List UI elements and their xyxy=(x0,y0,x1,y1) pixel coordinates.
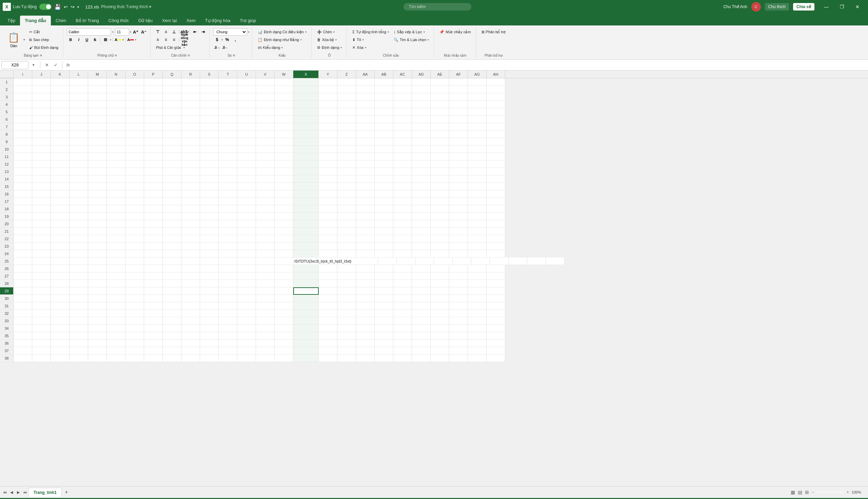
cell-AH19[interactable] xyxy=(486,213,505,220)
cell-AB32[interactable] xyxy=(375,310,393,317)
col-header-L[interactable]: L xyxy=(70,71,88,78)
cell-S38[interactable] xyxy=(200,354,219,362)
cell-AG5[interactable] xyxy=(468,108,486,116)
cell-Y21[interactable] xyxy=(319,228,337,235)
cell-S33[interactable] xyxy=(200,317,219,325)
cell-Z21[interactable] xyxy=(337,228,356,235)
cell-Z16[interactable] xyxy=(337,190,356,198)
cell-Q10[interactable] xyxy=(163,146,182,153)
cell-V23[interactable] xyxy=(256,243,275,250)
cell-R26[interactable] xyxy=(182,265,200,272)
cell-AC14[interactable] xyxy=(393,175,412,183)
cell-V16[interactable] xyxy=(256,190,275,198)
cell-W19[interactable] xyxy=(275,213,293,220)
cell-J8[interactable] xyxy=(32,131,51,138)
cell-Z35[interactable] xyxy=(337,332,356,340)
cell-J38[interactable] xyxy=(32,354,51,362)
cell-Y15[interactable] xyxy=(319,183,337,190)
cell-AH31[interactable] xyxy=(486,302,505,310)
cell-V33[interactable] xyxy=(256,317,275,325)
cell-I14[interactable] xyxy=(14,175,32,183)
cell-AD12[interactable] xyxy=(412,160,431,168)
cell-Y18[interactable] xyxy=(319,205,337,213)
row-num-12[interactable]: 12 xyxy=(0,160,14,168)
cell-AA35[interactable] xyxy=(356,332,375,340)
cell-Q35[interactable] xyxy=(163,332,182,340)
cell-AF5[interactable] xyxy=(449,108,468,116)
cell-W3[interactable] xyxy=(275,93,293,101)
cell-Q15[interactable] xyxy=(163,183,182,190)
cell-J32[interactable] xyxy=(32,310,51,317)
row-num-10[interactable]: 10 xyxy=(0,146,14,153)
row-num-34[interactable]: 34 xyxy=(0,325,14,332)
cell-V9[interactable] xyxy=(256,138,275,146)
cell-T24[interactable] xyxy=(219,250,237,257)
col-header-S[interactable]: S xyxy=(200,71,219,78)
cell-AD27[interactable] xyxy=(412,272,431,280)
cell-M16[interactable] xyxy=(88,190,107,198)
cell-AC1[interactable] xyxy=(393,78,412,86)
cell-AF29[interactable] xyxy=(449,287,468,295)
cell-AF16[interactable] xyxy=(449,190,468,198)
cell-AH22[interactable] xyxy=(486,235,505,243)
cell-Q37[interactable] xyxy=(163,347,182,354)
cell-AD20[interactable] xyxy=(412,220,431,228)
cell-P6[interactable] xyxy=(144,116,163,123)
cell-O6[interactable] xyxy=(125,116,144,123)
align-right-button[interactable]: ≡ xyxy=(170,36,178,44)
cell-R9[interactable] xyxy=(182,138,200,146)
cell-V18[interactable] xyxy=(256,205,275,213)
cell-AE15[interactable] xyxy=(431,183,449,190)
cell-U4[interactable] xyxy=(237,101,256,108)
cell-AB8[interactable] xyxy=(375,131,393,138)
cell-Q21[interactable] xyxy=(163,228,182,235)
cell-W25[interactable] xyxy=(275,257,293,265)
cell-AC22[interactable] xyxy=(393,235,412,243)
cell-M12[interactable] xyxy=(88,160,107,168)
cell-AD4[interactable] xyxy=(412,101,431,108)
cell-AB36[interactable] xyxy=(375,340,393,347)
cut-button[interactable]: ✂ Cắt xyxy=(27,28,60,36)
cell-W35[interactable] xyxy=(275,332,293,340)
cell-O15[interactable] xyxy=(125,183,144,190)
cell-P23[interactable] xyxy=(144,243,163,250)
cell-O36[interactable] xyxy=(125,340,144,347)
cell-AE4[interactable] xyxy=(431,101,449,108)
cell-AC9[interactable] xyxy=(393,138,412,146)
col-header-AE[interactable]: AE xyxy=(431,71,449,78)
align-bottom-button[interactable]: ⊥ xyxy=(170,28,178,36)
cell-Z2[interactable] xyxy=(337,86,356,93)
cell-AH15[interactable] xyxy=(486,183,505,190)
styles-group-label[interactable]: Kiểu xyxy=(256,52,309,58)
cell-AA12[interactable] xyxy=(356,160,375,168)
cell-J21[interactable] xyxy=(32,228,51,235)
cell-AG20[interactable] xyxy=(468,220,486,228)
italic-button[interactable]: I xyxy=(75,36,83,44)
cell-J14[interactable] xyxy=(32,175,51,183)
cell-AG22[interactable] xyxy=(468,235,486,243)
cell-P38[interactable] xyxy=(144,354,163,362)
cell-AC13[interactable] xyxy=(393,168,412,175)
cell-T11[interactable] xyxy=(219,153,237,160)
cell-W8[interactable] xyxy=(275,131,293,138)
cell-R35[interactable] xyxy=(182,332,200,340)
cell-P18[interactable] xyxy=(144,205,163,213)
cell-AH33[interactable] xyxy=(486,317,505,325)
cell-Y29[interactable] xyxy=(319,287,337,295)
cell-AH28[interactable] xyxy=(486,280,505,287)
cell-U35[interactable] xyxy=(237,332,256,340)
cell-S30[interactable] xyxy=(200,295,219,302)
cell-AH17[interactable] xyxy=(486,198,505,205)
cell-W6[interactable] xyxy=(275,116,293,123)
cell-AH3[interactable] xyxy=(486,93,505,101)
cell-AG27[interactable] xyxy=(468,272,486,280)
cell-M6[interactable] xyxy=(88,116,107,123)
cell-U1[interactable] xyxy=(237,78,256,86)
cell-AF24[interactable] xyxy=(449,250,468,257)
cell-R37[interactable] xyxy=(182,347,200,354)
cell-Y1[interactable] xyxy=(319,78,337,86)
cell-AE34[interactable] xyxy=(431,325,449,332)
bold-button[interactable]: B xyxy=(67,36,74,44)
cell-L35[interactable] xyxy=(70,332,88,340)
cell-W22[interactable] xyxy=(275,235,293,243)
